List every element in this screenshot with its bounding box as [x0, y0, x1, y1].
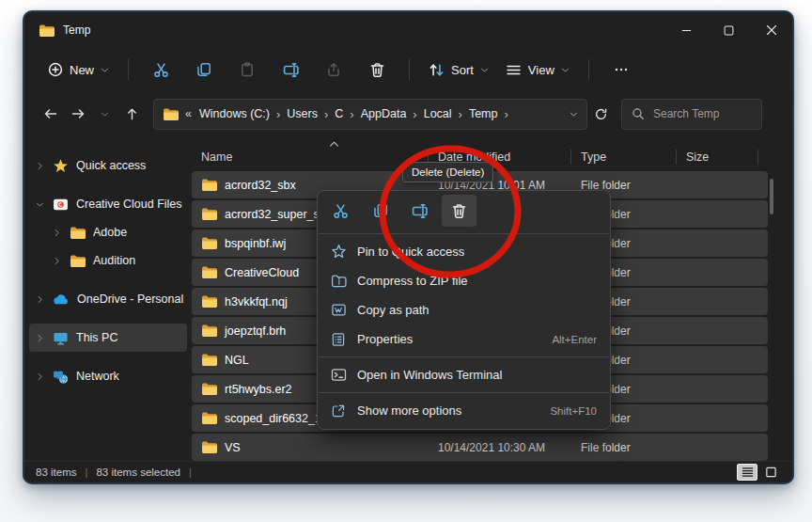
menu-item-pin-to-quick-access[interactable]: Pin to Quick access	[318, 237, 610, 266]
minimize-button[interactable]	[665, 12, 708, 48]
menu-item-properties[interactable]: PropertiesAlt+Enter	[318, 324, 610, 354]
see-more-button[interactable]	[600, 54, 643, 86]
menu-item-open-in-windows-terminal[interactable]: Open in Windows Terminal	[318, 360, 610, 389]
breadcrumb-segment-windows-c[interactable]: Windows (C:)	[195, 104, 274, 123]
sidebar-item-label: OneDrive - Personal	[77, 293, 183, 306]
new-button[interactable]: New	[39, 56, 117, 83]
view-button[interactable]: View	[497, 56, 578, 84]
command-bar: New Sort View	[24, 48, 792, 91]
chevron-down-icon	[561, 66, 570, 74]
file-row-vs[interactable]: VS10/14/2021 10:30 AMFile folder	[192, 434, 768, 461]
context-delete-button[interactable]	[442, 195, 476, 227]
chevron-right-icon	[35, 162, 45, 170]
show-more-icon	[330, 403, 347, 419]
file-name: joepztqf.brh	[225, 324, 286, 338]
breadcrumb-segment-c[interactable]: C	[330, 104, 348, 123]
breadcrumb-segment-local[interactable]: Local	[419, 104, 457, 123]
sidebar-item-onedrive-personal[interactable]: OneDrive - Personal	[29, 285, 187, 313]
sidebar-item-label: This PC	[76, 331, 117, 344]
maximize-button[interactable]	[708, 12, 750, 48]
back-button[interactable]	[37, 101, 64, 128]
vertical-scrollbar-thumb[interactable]	[770, 179, 773, 214]
status-bar: 83 items | 83 items selected |	[24, 461, 792, 482]
menu-item-label: Copy as path	[357, 303, 429, 317]
breadcrumb-segment-users[interactable]: Users	[282, 104, 322, 123]
star-outline-icon	[330, 244, 347, 260]
file-date: 10/14/2021 10:30 AM	[438, 441, 581, 454]
column-header-size[interactable]: Size	[686, 145, 768, 169]
breadcrumb-overflow-indicator[interactable]: «	[185, 107, 192, 120]
window-title: Temp	[63, 24, 90, 37]
up-button[interactable]	[118, 101, 146, 128]
sidebar-item-adobe[interactable]: Adobe	[29, 218, 187, 246]
recent-locations-button[interactable]	[91, 101, 118, 128]
details-view-button[interactable]	[737, 464, 757, 481]
context-cut-button[interactable]	[323, 195, 358, 227]
chevron-right-icon	[35, 334, 45, 342]
menu-separator	[319, 392, 609, 393]
delete-button[interactable]	[355, 54, 398, 86]
forward-button[interactable]	[64, 101, 91, 128]
context-copy-button[interactable]	[363, 195, 398, 227]
share-button	[312, 54, 355, 86]
folder-icon	[201, 235, 217, 251]
desktop-background: Temp New Sort View	[0, 0, 812, 522]
breadcrumb-separator-icon: ›	[322, 107, 330, 121]
cut-button[interactable]	[139, 54, 182, 86]
paste-button	[226, 54, 269, 86]
sort-icon	[429, 62, 445, 78]
large-icons-view-button[interactable]	[760, 464, 781, 481]
context-menu-items: Pin to Quick accessCompress to ZIP fileC…	[318, 237, 610, 425]
cloud-icon	[53, 292, 70, 308]
address-folder-icon	[163, 106, 179, 122]
file-name: CreativeCloud	[225, 266, 299, 279]
status-divider: |	[189, 467, 192, 478]
menu-item-compress-to-zip-file[interactable]: Compress to ZIP file	[318, 266, 610, 295]
sort-button[interactable]: Sort	[420, 56, 497, 84]
sidebar-item-audition[interactable]: Audition	[29, 246, 187, 275]
file-name: rt5hwybs.er2	[225, 383, 292, 396]
address-dropdown-icon[interactable]	[570, 110, 578, 119]
menu-item-show-more-options[interactable]: Show more optionsShift+F10	[318, 396, 610, 425]
sidebar-item-creative-cloud-files[interactable]: Creative Cloud Files	[29, 190, 187, 218]
copy-button[interactable]	[182, 54, 226, 86]
refresh-button[interactable]	[587, 101, 615, 128]
chevron-down-icon	[480, 66, 489, 74]
column-header-type[interactable]: Type	[581, 145, 686, 169]
sidebar-item-this-pc[interactable]: This PC	[29, 324, 187, 352]
breadcrumb-separator-icon: ›	[503, 107, 510, 121]
folder-icon	[70, 225, 86, 241]
chevron-right-icon	[52, 257, 62, 265]
menu-item-label: Compress to ZIP file	[357, 274, 468, 288]
search-input[interactable]	[653, 107, 752, 120]
column-header-label: Type	[581, 150, 606, 164]
breadcrumb-separator-icon: ›	[457, 107, 464, 121]
menu-item-copy-as-path[interactable]: Copy as path	[318, 295, 610, 324]
sidebar-item-quick-access[interactable]: Quick access	[29, 151, 187, 180]
search-icon	[632, 107, 645, 120]
toolbar-divider	[128, 59, 129, 80]
folder-icon	[201, 264, 217, 280]
delete-tooltip: Delete (Delete)	[402, 162, 493, 182]
breadcrumb-segment-appdata[interactable]: AppData	[356, 104, 412, 123]
breadcrumb-segment-temp[interactable]: Temp	[464, 104, 503, 123]
search-box[interactable]	[621, 99, 762, 130]
menu-item-label: Show more options	[357, 403, 461, 418]
creative-cloud-icon	[53, 197, 69, 213]
view-icon	[506, 62, 522, 78]
column-header-label: Size	[686, 150, 709, 164]
network-icon	[53, 369, 69, 385]
toolbar-divider	[409, 59, 410, 80]
menu-item-label: Pin to Quick access	[357, 245, 464, 259]
context-rename-button[interactable]	[402, 195, 437, 227]
new-label: New	[70, 63, 94, 77]
close-button[interactable]	[750, 12, 792, 48]
column-header-label: Name	[201, 150, 232, 164]
folder-icon	[201, 206, 217, 222]
sidebar-item-label: Quick access	[76, 159, 146, 172]
breadcrumb[interactable]: « Windows (C:)›Users›C›AppData›Local›Tem…	[153, 99, 587, 130]
sidebar-item-network[interactable]: Network	[29, 362, 187, 390]
rename-button[interactable]	[269, 54, 312, 86]
menu-separator	[319, 356, 609, 357]
folder-icon	[201, 381, 217, 397]
